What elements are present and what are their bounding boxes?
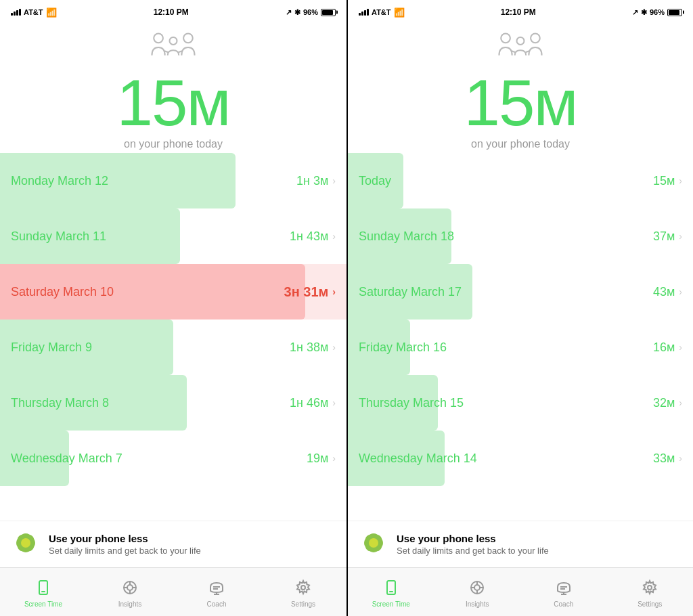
svg-line-4 xyxy=(179,51,181,52)
svg-point-29 xyxy=(531,33,540,43)
carrier-label: AT&T xyxy=(24,8,43,16)
coach-banner-title: Use your phone less xyxy=(49,533,201,544)
battery-percent: 96% xyxy=(650,8,665,16)
day-time: 1н 38м › xyxy=(290,340,336,355)
time-subtitle: on your phone today xyxy=(124,138,223,150)
day-time: 3н 31м › xyxy=(284,284,336,300)
day-time-value: 1н 46м xyxy=(290,396,328,410)
day-time-value: 37м xyxy=(653,229,675,244)
signal-icon xyxy=(359,9,369,16)
coach-text: Use your phone less Set daily limits and… xyxy=(397,533,549,556)
day-time: 1н 43м › xyxy=(290,229,336,244)
day-time: 37м › xyxy=(653,229,682,244)
svg-point-26 xyxy=(301,586,305,590)
day-time-value: 15м xyxy=(653,174,675,188)
coach-banner[interactable]: Use your phone less Set daily limits and… xyxy=(348,521,693,567)
day-row-content: Today 15м › xyxy=(359,174,682,188)
day-row[interactable]: Wednesday March 14 33м › xyxy=(348,431,693,486)
chevron-right-icon: › xyxy=(332,397,336,408)
coach-banner-subtitle: Set daily limits and get back to your li… xyxy=(397,546,549,556)
status-right: ↗ ✱ 96% xyxy=(632,8,682,17)
day-row-content: Sunday March 11 1н 43м › xyxy=(11,229,336,244)
day-row[interactable]: Monday March 12 1н 3м › xyxy=(0,153,346,208)
svg-point-28 xyxy=(517,37,524,45)
battery-icon xyxy=(321,9,336,16)
coach-banner-subtitle: Set daily limits and get back to your li… xyxy=(49,546,201,556)
svg-point-40 xyxy=(369,538,378,548)
svg-point-53 xyxy=(648,586,652,590)
tab-label-0: Screen Time xyxy=(24,600,62,608)
svg-line-30 xyxy=(512,51,515,52)
day-row[interactable]: Thursday March 8 1н 46м › xyxy=(0,375,346,431)
day-time-value: 3н 31м xyxy=(284,284,329,300)
time-big-value: 15м xyxy=(117,70,230,135)
wifi-icon: 📶 xyxy=(46,7,57,18)
location-icon: ↗ xyxy=(286,8,292,17)
status-bar: AT&T 📶 12:10 PM ↗ ✱ 96% xyxy=(348,0,693,22)
tab-coach[interactable]: Coach xyxy=(520,579,607,608)
day-row[interactable]: Saturday March 17 43м › xyxy=(348,264,693,320)
day-time-value: 16м xyxy=(653,340,675,355)
day-row[interactable]: Sunday March 11 1н 43м › xyxy=(0,208,346,264)
tab-icon-3 xyxy=(642,579,658,598)
day-row[interactable]: Wednesday March 7 19м › xyxy=(0,431,346,486)
tab-screen-time[interactable]: Screen Time xyxy=(348,579,434,608)
chevron-right-icon: › xyxy=(679,231,682,242)
phone-screen-right: AT&T 📶 12:10 PM ↗ ✱ 96% 15м on your phon… xyxy=(346,0,693,616)
tab-insights[interactable]: Insights xyxy=(87,579,173,608)
tab-bar: Screen Time Insights Coach Settings xyxy=(348,567,693,616)
day-time: 43м › xyxy=(653,285,682,299)
coach-text: Use your phone less Set daily limits and… xyxy=(49,533,201,556)
tab-icon-3 xyxy=(295,579,311,598)
chevron-right-icon: › xyxy=(679,175,682,186)
day-row[interactable]: Thursday March 15 32м › xyxy=(348,375,693,431)
tab-settings[interactable]: Settings xyxy=(607,579,694,608)
tab-coach[interactable]: Coach xyxy=(173,579,260,608)
day-row-content: Saturday March 17 43м › xyxy=(359,285,682,299)
chevron-right-icon: › xyxy=(332,286,336,297)
chevron-right-icon: › xyxy=(332,453,336,464)
tab-insights[interactable]: Insights xyxy=(434,579,521,608)
coach-banner[interactable]: Use your phone less Set daily limits and… xyxy=(0,521,346,567)
tab-label-0: Screen Time xyxy=(372,600,410,608)
time-subtitle: on your phone today xyxy=(471,138,570,150)
coach-banner-title: Use your phone less xyxy=(397,533,549,544)
flower-icon xyxy=(359,528,388,560)
day-row[interactable]: Today 15м › xyxy=(348,153,693,208)
status-bar: AT&T 📶 12:10 PM ↗ ✱ 96% xyxy=(0,0,346,22)
chevron-right-icon: › xyxy=(332,175,336,186)
tab-icon-2 xyxy=(556,579,572,598)
svg-point-0 xyxy=(154,33,163,43)
svg-point-1 xyxy=(170,37,177,45)
svg-line-31 xyxy=(526,51,529,52)
family-icon-area xyxy=(348,22,693,65)
tab-screen-time[interactable]: Screen Time xyxy=(0,579,87,608)
day-time: 15м › xyxy=(653,174,682,188)
tab-icon-1 xyxy=(122,579,138,598)
day-time: 19м › xyxy=(307,452,336,466)
chevron-right-icon: › xyxy=(332,342,336,353)
svg-line-3 xyxy=(165,51,168,52)
svg-point-17 xyxy=(127,585,133,590)
chevron-right-icon: › xyxy=(679,397,682,408)
day-time-value: 1н 38м xyxy=(290,340,328,355)
day-row-content: Saturday March 10 3н 31м › xyxy=(11,284,336,300)
day-label: Friday March 16 xyxy=(359,340,447,355)
day-row[interactable]: Friday March 9 1н 38м › xyxy=(0,320,346,375)
family-icon-area xyxy=(0,22,346,65)
day-row[interactable]: Saturday March 10 3н 31м › xyxy=(0,264,346,320)
tab-icon-0 xyxy=(35,579,51,598)
day-label: Sunday March 11 xyxy=(11,229,106,244)
tab-bar: Screen Time Insights Coach Settings xyxy=(0,567,346,616)
day-label: Friday March 9 xyxy=(11,340,92,355)
day-row-content: Sunday March 18 37м › xyxy=(359,229,682,244)
chevron-right-icon: › xyxy=(332,231,336,242)
day-label: Thursday March 15 xyxy=(359,396,464,410)
tab-settings[interactable]: Settings xyxy=(260,579,346,608)
day-row[interactable]: Sunday March 18 37м › xyxy=(348,208,693,264)
svg-point-44 xyxy=(474,585,480,590)
carrier-label: AT&T xyxy=(372,8,391,16)
day-row[interactable]: Friday March 16 16м › xyxy=(348,320,693,375)
battery-percent: 96% xyxy=(303,8,318,16)
tab-icon-0 xyxy=(383,579,399,598)
